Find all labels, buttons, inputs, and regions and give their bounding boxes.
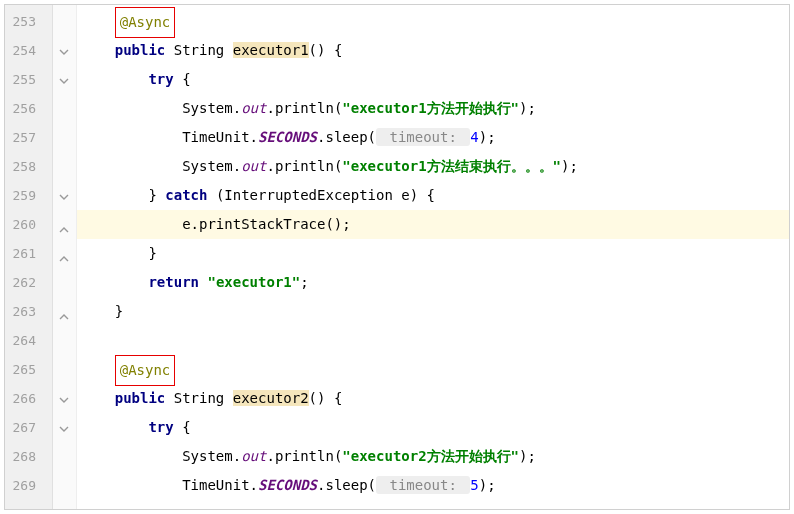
method-name: executor2 <box>233 390 309 406</box>
ident: .println( <box>266 100 342 116</box>
code-area[interactable]: @Async public String executor1() { try {… <box>77 5 789 509</box>
punct: ); <box>561 158 578 174</box>
line-number: 255 <box>5 65 52 94</box>
method-name: executor1 <box>233 42 309 58</box>
type: String <box>165 390 232 406</box>
line-number: 266 <box>5 384 52 413</box>
keyword: public <box>115 390 166 406</box>
code-line: System.out.println("executor1方法开始执行"); <box>77 94 789 123</box>
annotation: @Async <box>120 14 171 30</box>
keyword: try <box>148 71 173 87</box>
ident: (InterruptedException e) { <box>207 187 435 203</box>
ident: TimeUnit. <box>182 129 258 145</box>
line-number: 268 <box>5 442 52 471</box>
fold-gutter <box>53 5 77 509</box>
code-line: } catch (InterruptedException e) { <box>77 181 789 210</box>
static-field: out <box>241 100 266 116</box>
static-field: SECONDS <box>258 477 317 493</box>
code-line: System.out.println("executor2方法开始执行"); <box>77 442 789 471</box>
ident: e.printStackTrace(); <box>182 216 351 232</box>
line-number: 257 <box>5 123 52 152</box>
code-editor[interactable]: 253 254 255 256 257 258 259 260 261 262 … <box>4 4 790 510</box>
number: 4 <box>470 129 478 145</box>
fold-open-icon[interactable] <box>59 394 69 404</box>
fold-close-icon[interactable] <box>59 249 69 259</box>
line-number: 269 <box>5 471 52 500</box>
ident: System. <box>182 158 241 174</box>
line-number: 262 <box>5 268 52 297</box>
keyword: try <box>148 419 173 435</box>
punct: ; <box>300 274 308 290</box>
ident: .sleep( <box>317 129 376 145</box>
type: String <box>165 42 232 58</box>
fold-open-icon[interactable] <box>59 191 69 201</box>
static-field: SECONDS <box>258 129 317 145</box>
ident: .sleep( <box>317 477 376 493</box>
line-number: 263 <box>5 297 52 326</box>
ident: .println( <box>266 448 342 464</box>
line-number: 260 <box>5 210 52 239</box>
punct: ); <box>519 100 536 116</box>
number: 5 <box>470 477 478 493</box>
code-line <box>77 326 789 355</box>
punct: ); <box>479 477 496 493</box>
code-line: } <box>77 297 789 326</box>
fold-close-icon[interactable] <box>59 307 69 317</box>
code-line: @Async <box>77 7 789 36</box>
code-line: return "executor1"; <box>77 268 789 297</box>
code-line: TimeUnit.SECONDS.sleep( timeout: 5); <box>77 471 789 500</box>
code-line-highlighted: e.printStackTrace(); <box>77 210 789 239</box>
code-line: System.out.println("executor1方法结束执行。。。")… <box>77 152 789 181</box>
punct: { <box>174 419 191 435</box>
ident: .println( <box>266 158 342 174</box>
string: "executor1方法开始执行" <box>342 100 519 116</box>
punct: } <box>148 187 165 203</box>
punct: } <box>148 245 156 261</box>
keyword: public <box>115 42 166 58</box>
code-line: try { <box>77 65 789 94</box>
static-field: out <box>241 448 266 464</box>
string: "executor1方法结束执行。。。" <box>342 158 561 174</box>
fold-open-icon[interactable] <box>59 46 69 56</box>
punct: } <box>115 303 123 319</box>
line-number: 259 <box>5 181 52 210</box>
annotation-highlight: @Async <box>115 7 176 38</box>
fold-close-icon[interactable] <box>59 220 69 230</box>
ident: System. <box>182 448 241 464</box>
code-line: @Async <box>77 355 789 384</box>
punct: ); <box>479 129 496 145</box>
punct: () { <box>309 42 343 58</box>
line-number: 254 <box>5 36 52 65</box>
string: "executor2方法开始执行" <box>342 448 519 464</box>
punct: { <box>174 71 191 87</box>
ident: System. <box>182 100 241 116</box>
param-hint: timeout: <box>376 128 470 146</box>
annotation: @Async <box>120 362 171 378</box>
line-number: 265 <box>5 355 52 384</box>
line-number: 264 <box>5 326 52 355</box>
keyword: catch <box>165 187 207 203</box>
code-line: try { <box>77 413 789 442</box>
code-line: public String executor1() { <box>77 36 789 65</box>
punct: ); <box>519 448 536 464</box>
code-line: public String executor2() { <box>77 384 789 413</box>
param-hint: timeout: <box>376 476 470 494</box>
fold-open-icon[interactable] <box>59 423 69 433</box>
keyword: return <box>148 274 199 290</box>
ident: TimeUnit. <box>182 477 258 493</box>
fold-open-icon[interactable] <box>59 75 69 85</box>
line-number: 267 <box>5 413 52 442</box>
code-line: TimeUnit.SECONDS.sleep( timeout: 4); <box>77 123 789 152</box>
annotation-highlight: @Async <box>115 355 176 386</box>
line-number: 253 <box>5 7 52 36</box>
code-line: } <box>77 239 789 268</box>
line-number: 258 <box>5 152 52 181</box>
string: "executor1" <box>207 274 300 290</box>
punct: () { <box>309 390 343 406</box>
line-number-gutter: 253 254 255 256 257 258 259 260 261 262 … <box>5 5 53 509</box>
line-number: 261 <box>5 239 52 268</box>
line-number: 256 <box>5 94 52 123</box>
static-field: out <box>241 158 266 174</box>
